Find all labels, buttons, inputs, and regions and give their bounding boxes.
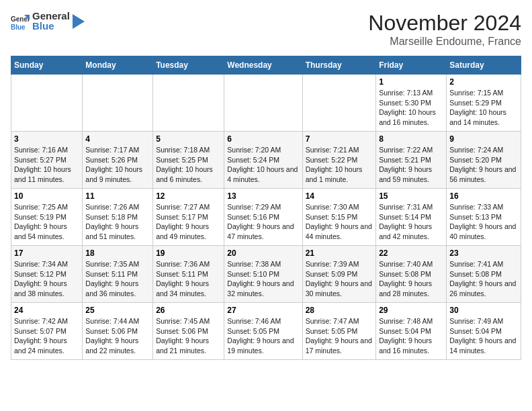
calendar-cell: 5Sunrise: 7:18 AM Sunset: 5:25 PM Daylig… bbox=[153, 132, 224, 189]
day-info: Sunrise: 7:13 AM Sunset: 5:30 PM Dayligh… bbox=[379, 88, 443, 128]
logo-text-blue: Blue bbox=[32, 21, 70, 32]
day-number: 22 bbox=[379, 248, 443, 258]
day-number: 6 bbox=[227, 134, 299, 144]
calendar-cell bbox=[224, 75, 302, 132]
day-number: 19 bbox=[156, 248, 221, 258]
day-number: 27 bbox=[227, 306, 299, 315]
day-number: 11 bbox=[85, 191, 150, 201]
day-info: Sunrise: 7:17 AM Sunset: 5:26 PM Dayligh… bbox=[85, 145, 150, 185]
day-number: 13 bbox=[227, 191, 299, 201]
day-info: Sunrise: 7:36 AM Sunset: 5:11 PM Dayligh… bbox=[156, 259, 221, 299]
day-number: 3 bbox=[14, 134, 79, 144]
day-number: 25 bbox=[85, 306, 150, 315]
day-info: Sunrise: 7:33 AM Sunset: 5:13 PM Dayligh… bbox=[449, 202, 518, 242]
subtitle: Marseille Endoume, France bbox=[368, 36, 521, 48]
day-info: Sunrise: 7:30 AM Sunset: 5:15 PM Dayligh… bbox=[306, 202, 373, 242]
day-info: Sunrise: 7:42 AM Sunset: 5:07 PM Dayligh… bbox=[14, 316, 79, 356]
calendar-cell: 24Sunrise: 7:42 AM Sunset: 5:07 PM Dayli… bbox=[11, 303, 83, 360]
day-info: Sunrise: 7:29 AM Sunset: 5:16 PM Dayligh… bbox=[227, 202, 299, 242]
calendar-cell: 23Sunrise: 7:41 AM Sunset: 5:08 PM Dayli… bbox=[447, 246, 521, 303]
day-number: 5 bbox=[156, 134, 221, 144]
day-number: 24 bbox=[14, 306, 79, 315]
day-number: 20 bbox=[227, 248, 299, 258]
calendar-cell: 15Sunrise: 7:31 AM Sunset: 5:14 PM Dayli… bbox=[376, 189, 447, 246]
calendar-cell: 30Sunrise: 7:49 AM Sunset: 5:04 PM Dayli… bbox=[447, 303, 521, 360]
day-header-sunday: Sunday bbox=[11, 56, 83, 75]
day-info: Sunrise: 7:18 AM Sunset: 5:25 PM Dayligh… bbox=[156, 145, 221, 185]
day-info: Sunrise: 7:21 AM Sunset: 5:22 PM Dayligh… bbox=[306, 145, 373, 185]
day-number: 26 bbox=[156, 306, 221, 315]
day-number: 15 bbox=[379, 191, 443, 201]
calendar-cell: 20Sunrise: 7:38 AM Sunset: 5:10 PM Dayli… bbox=[224, 246, 302, 303]
day-number: 30 bbox=[449, 306, 518, 315]
calendar-cell bbox=[83, 75, 153, 132]
calendar-table: SundayMondayTuesdayWednesdayThursdayFrid… bbox=[11, 56, 521, 360]
day-info: Sunrise: 7:46 AM Sunset: 5:05 PM Dayligh… bbox=[227, 316, 299, 356]
calendar-cell: 11Sunrise: 7:26 AM Sunset: 5:18 PM Dayli… bbox=[83, 189, 153, 246]
day-info: Sunrise: 7:31 AM Sunset: 5:14 PM Dayligh… bbox=[379, 202, 443, 242]
day-info: Sunrise: 7:34 AM Sunset: 5:12 PM Dayligh… bbox=[14, 259, 79, 299]
calendar-cell: 28Sunrise: 7:47 AM Sunset: 5:05 PM Dayli… bbox=[302, 303, 376, 360]
logo-icon: General Blue bbox=[11, 12, 30, 31]
calendar-cell: 17Sunrise: 7:34 AM Sunset: 5:12 PM Dayli… bbox=[11, 246, 83, 303]
week-row-5: 24Sunrise: 7:42 AM Sunset: 5:07 PM Dayli… bbox=[11, 303, 521, 360]
calendar-cell: 6Sunrise: 7:20 AM Sunset: 5:24 PM Daylig… bbox=[224, 132, 302, 189]
day-info: Sunrise: 7:49 AM Sunset: 5:04 PM Dayligh… bbox=[449, 316, 518, 356]
day-number: 4 bbox=[85, 134, 150, 144]
day-info: Sunrise: 7:40 AM Sunset: 5:08 PM Dayligh… bbox=[379, 259, 443, 299]
day-header-wednesday: Wednesday bbox=[224, 56, 302, 75]
day-number: 28 bbox=[306, 306, 373, 315]
day-info: Sunrise: 7:38 AM Sunset: 5:10 PM Dayligh… bbox=[227, 259, 299, 299]
day-number: 12 bbox=[156, 191, 221, 201]
svg-marker-3 bbox=[73, 14, 85, 29]
day-info: Sunrise: 7:35 AM Sunset: 5:11 PM Dayligh… bbox=[85, 259, 150, 299]
day-info: Sunrise: 7:24 AM Sunset: 5:20 PM Dayligh… bbox=[449, 145, 518, 185]
day-number: 10 bbox=[14, 191, 79, 201]
day-number: 18 bbox=[85, 248, 150, 258]
calendar-header: SundayMondayTuesdayWednesdayThursdayFrid… bbox=[11, 56, 521, 75]
week-row-2: 3Sunrise: 7:16 AM Sunset: 5:27 PM Daylig… bbox=[11, 132, 521, 189]
calendar-cell: 2Sunrise: 7:15 AM Sunset: 5:29 PM Daylig… bbox=[447, 75, 521, 132]
day-header-saturday: Saturday bbox=[447, 56, 521, 75]
calendar-cell: 14Sunrise: 7:30 AM Sunset: 5:15 PM Dayli… bbox=[302, 189, 376, 246]
calendar-cell: 26Sunrise: 7:45 AM Sunset: 5:06 PM Dayli… bbox=[153, 303, 224, 360]
calendar-cell: 25Sunrise: 7:44 AM Sunset: 5:06 PM Dayli… bbox=[83, 303, 153, 360]
calendar-cell: 22Sunrise: 7:40 AM Sunset: 5:08 PM Dayli… bbox=[376, 246, 447, 303]
day-info: Sunrise: 7:22 AM Sunset: 5:21 PM Dayligh… bbox=[379, 145, 443, 185]
calendar-cell: 29Sunrise: 7:48 AM Sunset: 5:04 PM Dayli… bbox=[376, 303, 447, 360]
title-area: November 2024 Marseille Endoume, France bbox=[368, 11, 521, 48]
day-info: Sunrise: 7:25 AM Sunset: 5:19 PM Dayligh… bbox=[14, 202, 79, 242]
calendar-cell: 10Sunrise: 7:25 AM Sunset: 5:19 PM Dayli… bbox=[11, 189, 83, 246]
day-number: 14 bbox=[306, 191, 373, 201]
calendar-body: 1Sunrise: 7:13 AM Sunset: 5:30 PM Daylig… bbox=[11, 75, 521, 360]
calendar-cell: 21Sunrise: 7:39 AM Sunset: 5:09 PM Dayli… bbox=[302, 246, 376, 303]
calendar-cell: 1Sunrise: 7:13 AM Sunset: 5:30 PM Daylig… bbox=[376, 75, 447, 132]
main-title: November 2024 bbox=[368, 11, 521, 36]
calendar-cell: 4Sunrise: 7:17 AM Sunset: 5:26 PM Daylig… bbox=[83, 132, 153, 189]
logo: General Blue General Blue bbox=[11, 11, 85, 32]
header-row: SundayMondayTuesdayWednesdayThursdayFrid… bbox=[11, 56, 521, 75]
day-info: Sunrise: 7:39 AM Sunset: 5:09 PM Dayligh… bbox=[306, 259, 373, 299]
day-info: Sunrise: 7:48 AM Sunset: 5:04 PM Dayligh… bbox=[379, 316, 443, 356]
calendar-cell bbox=[153, 75, 224, 132]
day-info: Sunrise: 7:45 AM Sunset: 5:06 PM Dayligh… bbox=[156, 316, 221, 356]
day-number: 1 bbox=[379, 77, 443, 87]
calendar-cell: 9Sunrise: 7:24 AM Sunset: 5:20 PM Daylig… bbox=[447, 132, 521, 189]
day-info: Sunrise: 7:26 AM Sunset: 5:18 PM Dayligh… bbox=[85, 202, 150, 242]
day-header-friday: Friday bbox=[376, 56, 447, 75]
day-number: 9 bbox=[449, 134, 518, 144]
day-number: 16 bbox=[449, 191, 518, 201]
calendar-cell: 7Sunrise: 7:21 AM Sunset: 5:22 PM Daylig… bbox=[302, 132, 376, 189]
day-number: 7 bbox=[306, 134, 373, 144]
calendar-cell: 16Sunrise: 7:33 AM Sunset: 5:13 PM Dayli… bbox=[447, 189, 521, 246]
day-info: Sunrise: 7:15 AM Sunset: 5:29 PM Dayligh… bbox=[449, 88, 518, 128]
calendar-cell: 8Sunrise: 7:22 AM Sunset: 5:21 PM Daylig… bbox=[376, 132, 447, 189]
day-number: 17 bbox=[14, 248, 79, 258]
day-header-monday: Monday bbox=[83, 56, 153, 75]
day-info: Sunrise: 7:20 AM Sunset: 5:24 PM Dayligh… bbox=[227, 145, 299, 185]
calendar-cell: 3Sunrise: 7:16 AM Sunset: 5:27 PM Daylig… bbox=[11, 132, 83, 189]
day-number: 8 bbox=[379, 134, 443, 144]
day-info: Sunrise: 7:16 AM Sunset: 5:27 PM Dayligh… bbox=[14, 145, 79, 185]
week-row-3: 10Sunrise: 7:25 AM Sunset: 5:19 PM Dayli… bbox=[11, 189, 521, 246]
day-info: Sunrise: 7:44 AM Sunset: 5:06 PM Dayligh… bbox=[85, 316, 150, 356]
